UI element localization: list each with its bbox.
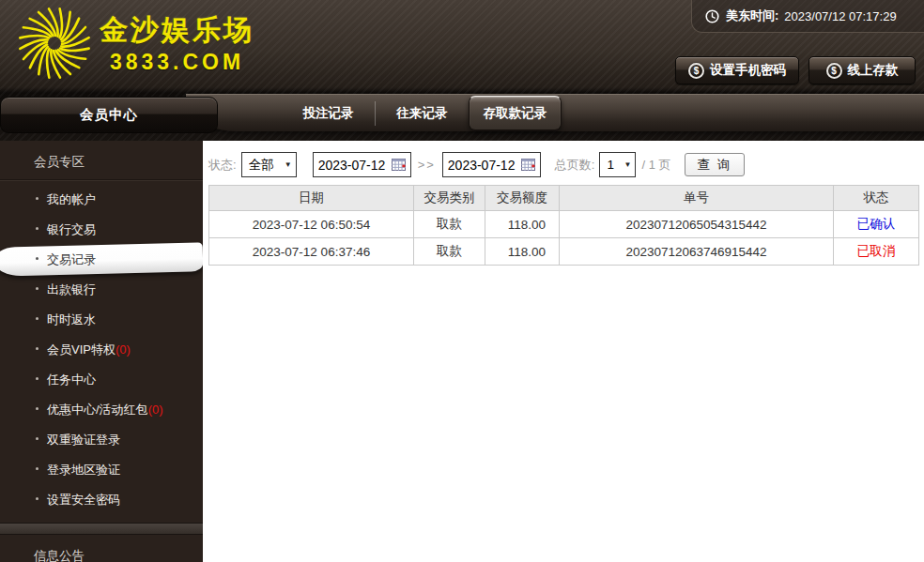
tab-label: 存取款记录: [484, 105, 547, 122]
status-cancelled-text: 已取消: [857, 244, 896, 258]
calendar-icon[interactable]: [521, 159, 535, 171]
sidebar-item-label: 任务中心: [47, 372, 96, 388]
logo-text: 金沙娱乐场 3833.COM: [100, 11, 254, 75]
main-content: 状态: 全部 ▼ >> 总页数: [203, 141, 924, 562]
set-phone-password-button[interactable]: $ 设置手机密码: [675, 56, 799, 84]
cell-status: 已取消: [834, 238, 919, 266]
col-header-date: 日期: [209, 186, 414, 211]
sunburst-logo-icon: [17, 6, 92, 81]
sidebar-item-label: 优惠中心/活动红包(0): [47, 402, 163, 418]
coin-icon: $: [688, 63, 704, 79]
sidebar-item-task-center[interactable]: 任务中心: [0, 365, 203, 395]
member-center-label: 会员中心: [80, 106, 138, 124]
date-to-input[interactable]: [448, 158, 517, 173]
sidebar-item-label: 设置安全密码: [47, 492, 120, 509]
sidebar-item-realtime-rebate[interactable]: 时时返水: [0, 305, 203, 335]
cell-order-number: 20230712065054315442: [560, 211, 834, 238]
col-header-amount: 交易额度: [485, 186, 560, 211]
sidebar-item-label: 时时返水: [47, 311, 96, 328]
sidebar-item-promo-center[interactable]: 优惠中心/活动红包(0): [0, 395, 203, 425]
cell-type: 取款: [414, 238, 485, 266]
count-badge: (0): [148, 403, 163, 417]
table-row: 2023-07-12 06:37:46 取款 118.00 2023071206…: [209, 238, 919, 266]
bullet-icon: [36, 287, 38, 290]
logo-domain: 3833.COM: [100, 50, 254, 75]
bullet-icon: [36, 227, 38, 230]
bullet-icon: [36, 317, 38, 320]
page-select-wrap: 1 ▼: [599, 152, 636, 177]
cell-amount: 118.00: [485, 238, 560, 266]
status-confirmed-text: 已确认: [857, 217, 896, 231]
date-from-box: [313, 152, 411, 177]
count-badge: (0): [116, 342, 131, 357]
sidebar-item-label: 会员VIP特权(0): [47, 342, 131, 358]
sidebar-item-label: 我的帐户: [47, 191, 96, 208]
time-label: 美东时间:: [726, 8, 778, 24]
filter-bar: 状态: 全部 ▼ >> 总页数: [208, 152, 924, 177]
sidebar-item-label: 银行交易: [47, 221, 96, 238]
member-center-header[interactable]: 会员中心: [0, 97, 218, 133]
online-deposit-label: 线上存款: [848, 62, 899, 79]
time-value: 2023/07/12 07:17:29: [784, 9, 896, 23]
cell-date: 2023-07-12 06:37:46: [209, 238, 414, 266]
sidebar-section-info-announcements: 信息公告: [0, 535, 203, 562]
server-time-bar: 美东时间: 2023/07/12 07:17:29: [691, 0, 924, 33]
col-header-status: 状态: [834, 186, 919, 211]
tab-label: 投注记录: [303, 105, 354, 122]
sidebar-item-transaction-records[interactable]: 交易记录: [0, 245, 203, 275]
col-header-order-number: 单号: [560, 186, 834, 211]
cell-status: 已确认: [834, 211, 919, 238]
calendar-icon[interactable]: [392, 159, 406, 171]
sidebar-item-label: 双重验证登录: [47, 432, 120, 448]
status-select-wrap: 全部 ▼: [241, 152, 297, 177]
bullet-icon: [36, 377, 38, 380]
date-from-input[interactable]: [318, 158, 388, 173]
bullet-icon: [36, 467, 38, 470]
sidebar-item-set-security-password[interactable]: 设置安全密码: [0, 485, 203, 515]
bullet-icon: [36, 407, 38, 410]
cell-amount: 118.00: [485, 211, 560, 238]
tab-label: 往来记录: [397, 105, 448, 122]
sidebar-item-withdrawal-bank[interactable]: 出款银行: [0, 275, 203, 305]
site-logo[interactable]: 金沙娱乐场 3833.COM: [17, 6, 254, 81]
sidebar-item-login-region-verification[interactable]: 登录地区验证: [0, 455, 203, 485]
tab-deposit-withdrawal-records[interactable]: 存取款记录: [469, 96, 562, 130]
sidebar-item-bank-transactions[interactable]: 银行交易: [0, 215, 203, 245]
page-select[interactable]: 1: [599, 152, 636, 177]
bullet-icon: [36, 497, 38, 500]
clock-icon: [705, 9, 719, 23]
tab-bar: 投注记录 往来记录 存取款记录: [186, 94, 924, 131]
bullet-icon: [36, 347, 38, 350]
tab-transaction-records[interactable]: 往来记录: [376, 95, 469, 131]
table-header-row: 日期 交易类别 交易额度 单号 状态: [209, 186, 919, 211]
sidebar-item-label: 出款银行: [47, 281, 96, 298]
active-item-highlight: [0, 242, 203, 276]
status-select[interactable]: 全部: [241, 152, 297, 177]
sidebar-menu: 我的帐户 银行交易 交易记录 出款银行 时时返水 会员VIP特权(0) 任务中心: [0, 185, 203, 515]
date-range-separator: >>: [418, 158, 436, 172]
status-filter-label: 状态:: [208, 157, 237, 174]
sidebar-item-label: 登录地区验证: [47, 462, 120, 478]
sidebar: 会员专区 我的帐户 银行交易 交易记录 出款银行 时时返水 会员VIP特权(0): [0, 141, 203, 562]
online-deposit-button[interactable]: $ 线上存款: [808, 56, 916, 84]
sidebar-item-vip-privileges[interactable]: 会员VIP特权(0): [0, 335, 203, 365]
total-pages-label: 总页数:: [555, 157, 595, 174]
sidebar-item-label: 交易记录: [47, 251, 96, 268]
date-to-box: [442, 152, 541, 177]
sidebar-item-my-account[interactable]: 我的帐户: [0, 185, 203, 215]
query-button[interactable]: 查 询: [685, 153, 746, 176]
table-row: 2023-07-12 06:50:54 取款 118.00 2023071206…: [209, 211, 919, 238]
sidebar-divider: [0, 523, 203, 535]
records-table: 日期 交易类别 交易额度 单号 状态 2023-07-12 06:50:54 取…: [208, 185, 919, 266]
sidebar-item-two-factor-login[interactable]: 双重验证登录: [0, 425, 203, 455]
cell-date: 2023-07-12 06:50:54: [209, 211, 414, 238]
coin-icon: $: [826, 63, 842, 79]
set-phone-password-label: 设置手机密码: [710, 62, 786, 79]
logo-title: 金沙娱乐场: [100, 11, 254, 50]
bullet-icon: [36, 257, 38, 260]
page-header: 金沙娱乐场 3833.COM 美东时间: 2023/07/12 07:17:29…: [0, 0, 924, 141]
cell-order-number: 20230712063746915442: [560, 238, 834, 266]
tab-betting-records[interactable]: 投注记录: [282, 95, 375, 131]
page-total-text: / 1 页: [641, 157, 670, 174]
header-buttons: $ 设置手机密码 $ 线上存款: [675, 56, 916, 84]
